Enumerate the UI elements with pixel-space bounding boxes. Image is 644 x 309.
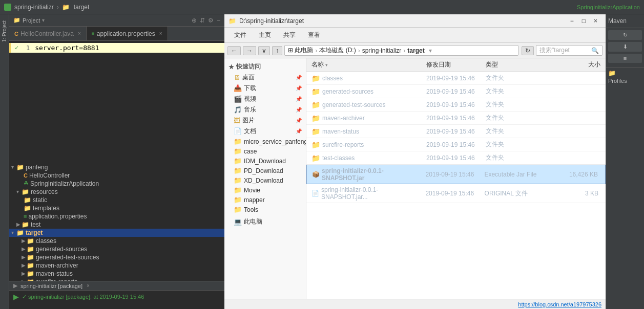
tree-gen-sources[interactable]: ▶ 📁 generated-sources <box>9 245 224 253</box>
file-row-jar[interactable]: 📦 spring-initializr-0.0.1-SNAPSHOT.jar 2… <box>306 165 606 184</box>
music-icon: 🎵 <box>234 106 242 114</box>
run-tab-label[interactable]: spring-initializr [package] <box>20 283 82 289</box>
tree-resources[interactable]: ▾ 📁 resources <box>9 188 224 196</box>
nav-forward[interactable]: → <box>243 46 256 55</box>
file-type-gen: 文件夹 <box>484 86 543 97</box>
file-name-gen-test: generated-test-sources <box>322 101 385 108</box>
sidebar-music[interactable]: 🎵 音乐 📌 <box>224 104 306 115</box>
file-row-gen-test[interactable]: 📁 generated-test-sources 2019-09-19 15:4… <box>306 98 606 112</box>
sidebar-movie[interactable]: 📁 Movie <box>224 185 306 195</box>
file-row-classes[interactable]: 📁 classes 2019-09-19 15:46 文件夹 <box>306 72 606 85</box>
tree-templates[interactable]: 📁 templates <box>9 204 224 212</box>
file-row-gen-sources[interactable]: 📁 generated-sources 2019-09-19 15:46 文件夹 <box>306 85 606 98</box>
vtab-project[interactable]: 1: Project <box>1 16 8 46</box>
maven-menu-btn[interactable]: ≡ <box>608 54 642 63</box>
sidebar-idm[interactable]: 📁 IDM_Download <box>224 156 306 166</box>
explorer-minimize[interactable]: − <box>566 17 578 25</box>
run-play-btn[interactable]: ▶ <box>13 293 19 301</box>
search-box[interactable]: 搜索"target 🔍 <box>536 45 603 56</box>
sidebar-computer[interactable]: 💻 此电脑 <box>224 216 306 227</box>
explorer-sidebar: ★ 快速访问 🖥 桌面 📌 📥 下载 📌 <box>224 58 306 299</box>
panel-icon-add[interactable]: ⊕ <box>192 17 197 24</box>
file-size-gen <box>543 91 603 93</box>
tree-main-app[interactable]: ☘ SpringInitializrApplication <box>9 180 224 188</box>
file-name-jar: spring-initializr-0.0.1-SNAPSHOT.jar <box>322 167 422 182</box>
sidebar-mapper[interactable]: 📁 mapper <box>224 195 306 205</box>
status-bar: https://blog.csdn.net/a197975326 <box>224 299 606 309</box>
sidebar-pd[interactable]: 📁 PD_Download <box>224 166 306 175</box>
videos-icon: 🎬 <box>234 95 242 103</box>
file-row-jar-orig[interactable]: 📄 spring-initializr-0.0.1-SNAPSHOT.jar..… <box>306 184 606 203</box>
ribbon-tab-share[interactable]: 共享 <box>278 29 301 41</box>
tab-props-icon: ≡ <box>92 31 95 36</box>
tab-props[interactable]: ≡ application.properties × <box>87 27 168 40</box>
sidebar-computer-label: 此电脑 <box>244 217 262 226</box>
maven-download-btn[interactable]: ⬇ <box>608 42 642 52</box>
tree-target[interactable]: ▾ 📁 target <box>9 229 224 237</box>
sidebar-xd[interactable]: 📁 XD_Download <box>224 175 306 185</box>
line-number-1: 1 <box>19 45 35 52</box>
explorer-maximize[interactable]: □ <box>578 17 590 25</box>
tree-hello[interactable]: C HelloController <box>9 171 224 180</box>
col-header-name[interactable]: 名称 ▾ <box>309 59 424 70</box>
nav-bar: ← → ∨ ↑ ⊞ 此电脑 › 本地磁盘 (D:) › spring-initi… <box>224 43 606 58</box>
explorer-folder-icon: 📁 <box>228 17 236 25</box>
sidebar-tools-label: Tools <box>244 206 258 213</box>
sidebar-videos[interactable]: 🎬 视频 📌 <box>224 94 306 104</box>
ribbon-tab-file[interactable]: 文件 <box>228 29 252 41</box>
file-size-classes <box>543 77 603 79</box>
file-row-maven-status[interactable]: 📁 maven-status 2019-09-19 15:46 文件夹 <box>306 125 606 138</box>
explorer-close[interactable]: × <box>590 17 601 25</box>
tree-gen-test[interactable]: ▶ 📁 generated-test-sources <box>9 253 224 261</box>
col-header-size[interactable]: 大小 <box>543 59 603 70</box>
tab-hello[interactable]: C HelloController.java × <box>9 27 87 40</box>
tree-app-props[interactable]: ≡ application.properties <box>9 212 224 220</box>
file-row-surefire[interactable]: 📁 surefire-reports 2019-09-19 15:46 文件夹 <box>306 138 606 151</box>
panel-icon-min[interactable]: − <box>217 17 220 24</box>
sidebar-desktop[interactable]: 🖥 桌面 📌 <box>224 72 306 83</box>
editor-area[interactable]: ✓ 1 server.port=8881 <box>9 41 224 161</box>
file-row-test-classes[interactable]: 📁 test-classes 2019-09-19 15:46 文件夹 <box>306 151 606 165</box>
sidebar-docs[interactable]: 📄 文档 📌 <box>224 126 306 137</box>
panel-icon-sync[interactable]: ⇵ <box>200 17 205 24</box>
tree-maven-archiver[interactable]: ▶ 📁 maven-archiver <box>9 261 224 270</box>
sidebar-tools[interactable]: 📁 Tools <box>224 205 306 214</box>
tree-static[interactable]: 📁 static <box>9 196 224 204</box>
sidebar-pictures[interactable]: 🖼 图片 📌 <box>224 115 306 126</box>
maven-refresh-btn[interactable]: ↻ <box>608 30 642 40</box>
sidebar-movie-label: Movie <box>244 187 260 194</box>
breadcrumb[interactable]: ⊞ 此电脑 › 本地磁盘 (D:) › spring-initializr › … <box>284 45 518 56</box>
sidebar-case[interactable]: 📁 case <box>224 146 306 156</box>
col-header-type[interactable]: 类型 <box>484 59 543 70</box>
tree-maven-status[interactable]: ▶ 📁 maven-status <box>9 270 224 278</box>
tree-root[interactable]: ▾ 📁 panfeng <box>9 163 224 171</box>
file-type-test-classes: 文件夹 <box>484 152 543 163</box>
run-tab-close[interactable]: × <box>87 283 90 289</box>
col-header-date[interactable]: 修改日期 <box>424 59 484 70</box>
tree-root-label: panfeng <box>26 164 48 171</box>
folder-icon: 📁 <box>13 17 20 24</box>
nav-dropdown[interactable]: ∨ <box>258 46 270 55</box>
ribbon-tab-home[interactable]: 主页 <box>253 29 277 41</box>
file-type-surefire: 文件夹 <box>484 139 543 150</box>
sidebar-downloads[interactable]: 📥 下载 📌 <box>224 83 306 94</box>
tree-test[interactable]: ▶ 📁 test <box>9 220 224 229</box>
panel-dropdown[interactable]: ▾ <box>42 17 45 23</box>
nav-up[interactable]: ↑ <box>272 46 282 55</box>
sidebar-micro[interactable]: 📁 micro_service_panfeng_s <box>224 137 306 146</box>
panel-icon-gear[interactable]: ⚙ <box>208 17 214 24</box>
file-date-classes: 2019-09-19 15:46 <box>424 74 484 83</box>
nav-refresh[interactable]: ↻ <box>522 46 534 55</box>
tree-classes[interactable]: ▶ 📁 classes <box>9 237 224 245</box>
pin-icon2: 📌 <box>296 85 302 91</box>
ribbon-tab-view[interactable]: 查看 <box>302 29 326 41</box>
folder-icon-test-classes: 📁 <box>311 154 320 162</box>
sidebar-xd-label: XD_Download <box>244 177 283 184</box>
tab-hello-close[interactable]: × <box>78 31 81 36</box>
search-placeholder: 搜索"target <box>539 46 570 55</box>
file-row-maven-arch[interactable]: 📁 maven-archiver 2019-09-19 15:46 文件夹 <box>306 112 606 125</box>
tab-props-close[interactable]: × <box>159 31 162 36</box>
nav-back[interactable]: ← <box>227 46 241 55</box>
file-type-maven-arch: 文件夹 <box>484 113 543 123</box>
project-tree[interactable]: ▾ 📁 panfeng C HelloController ☘ SpringIn… <box>9 161 224 281</box>
